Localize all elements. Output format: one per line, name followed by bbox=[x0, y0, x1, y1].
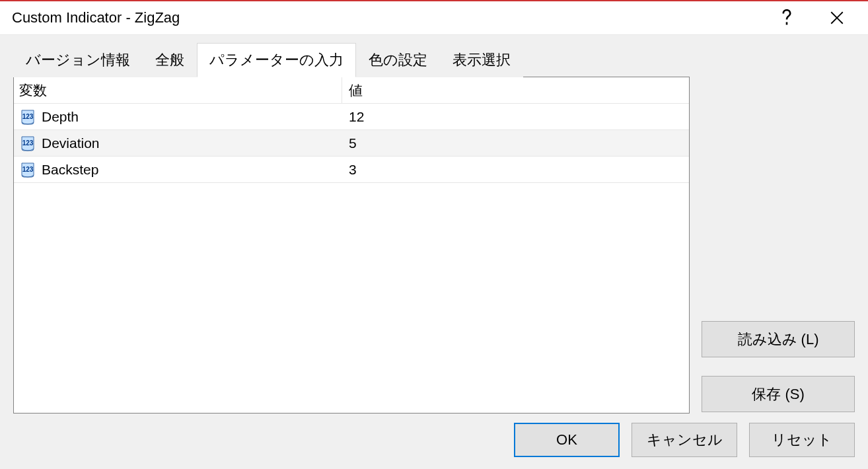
save-button[interactable]: 保存 (S) bbox=[702, 376, 855, 412]
tab-color-settings[interactable]: 色の設定 bbox=[356, 43, 440, 77]
window-title: Custom Indicator - ZigZag bbox=[12, 9, 772, 26]
table-header: 変数 値 bbox=[14, 77, 689, 104]
table-row[interactable]: 123 Depth 12 bbox=[14, 104, 689, 130]
table-row[interactable]: 123 Deviation 5 bbox=[14, 130, 689, 157]
svg-text:123: 123 bbox=[22, 139, 34, 147]
param-name: Deviation bbox=[42, 135, 100, 151]
load-button[interactable]: 読み込み (L) bbox=[702, 321, 855, 357]
tab-bar: バージョン情報 全般 パラメーターの入力 色の設定 表示選択 bbox=[13, 43, 855, 77]
table-row[interactable]: 123 Backstep 3 bbox=[14, 157, 689, 183]
content-area: バージョン情報 全般 パラメーターの入力 色の設定 表示選択 変数 値 123 … bbox=[0, 34, 868, 469]
footer-buttons: OK キャンセル リセット bbox=[13, 414, 855, 457]
int-icon: 123 bbox=[19, 135, 36, 152]
param-value[interactable]: 12 bbox=[349, 109, 364, 125]
tab-parameter-input[interactable]: パラメーターの入力 bbox=[197, 43, 356, 77]
help-button[interactable] bbox=[772, 5, 802, 31]
cancel-button[interactable]: キャンセル bbox=[632, 423, 737, 457]
header-value[interactable]: 値 bbox=[342, 77, 689, 103]
reset-button[interactable]: リセット bbox=[749, 423, 855, 457]
param-name: Depth bbox=[42, 109, 79, 125]
close-button[interactable] bbox=[822, 5, 852, 31]
param-value[interactable]: 3 bbox=[349, 162, 357, 178]
header-variable[interactable]: 変数 bbox=[14, 77, 342, 103]
close-icon bbox=[830, 11, 844, 24]
svg-text:123: 123 bbox=[22, 166, 34, 173]
ok-button[interactable]: OK bbox=[514, 423, 620, 457]
param-value[interactable]: 5 bbox=[349, 135, 357, 151]
titlebar: Custom Indicator - ZigZag bbox=[0, 1, 868, 34]
param-name: Backstep bbox=[42, 162, 98, 178]
dialog: Custom Indicator - ZigZag バージョン情報 全般 パラメ… bbox=[0, 0, 868, 469]
side-button-panel: 読み込み (L) 保存 (S) bbox=[702, 77, 855, 414]
tab-general[interactable]: 全般 bbox=[143, 43, 197, 77]
int-icon: 123 bbox=[19, 108, 36, 126]
titlebar-buttons bbox=[772, 5, 860, 31]
parameter-table: 変数 値 123 Depth 12 123 bbox=[13, 77, 690, 414]
svg-text:123: 123 bbox=[22, 113, 34, 120]
body-row: 変数 値 123 Depth 12 123 bbox=[13, 77, 855, 414]
tab-display-select[interactable]: 表示選択 bbox=[440, 43, 523, 77]
int-icon: 123 bbox=[19, 161, 36, 178]
tab-version-info[interactable]: バージョン情報 bbox=[13, 43, 143, 77]
help-icon bbox=[781, 9, 792, 26]
